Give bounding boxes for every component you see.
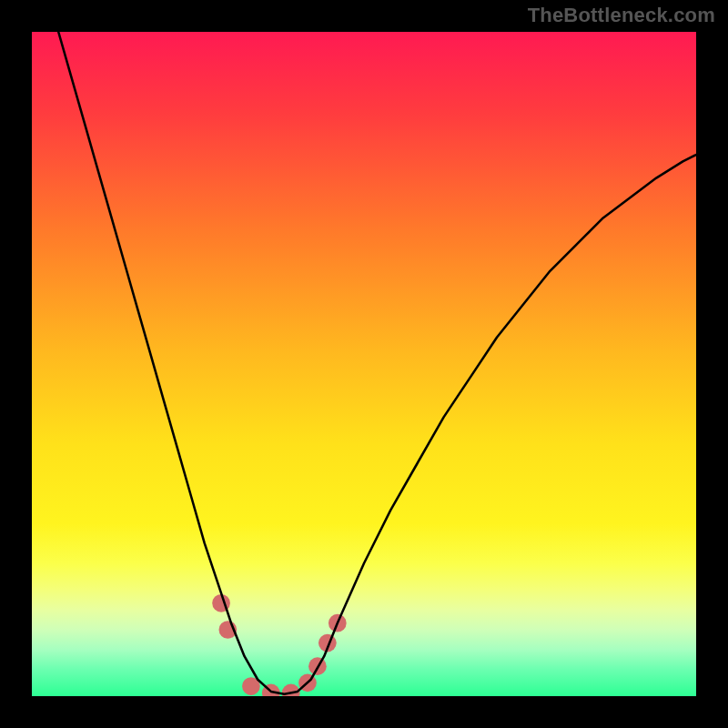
curve-layer <box>32 32 696 696</box>
watermark-text: TheBottleneck.com <box>528 4 715 27</box>
plot-area <box>32 32 696 696</box>
chart-stage: TheBottleneck.com <box>0 0 728 728</box>
bottleneck-curve <box>58 32 696 694</box>
